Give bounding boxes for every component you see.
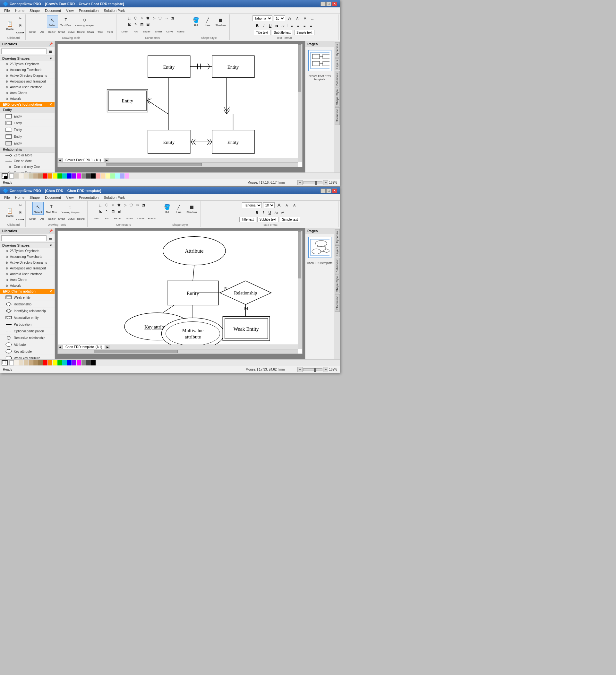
p2-s2[interactable]	[14, 360, 19, 365]
p2-magenta[interactable]	[77, 360, 81, 365]
subtitle-text-btn-1[interactable]: Subtitle text	[272, 30, 293, 35]
smart-btn-1[interactable]: Smart	[57, 29, 66, 34]
swatch-lt-magenta[interactable]	[125, 173, 129, 178]
textbox-btn-1[interactable]: T Text Box	[59, 15, 73, 28]
right-tab-layers-1[interactable]: Layers	[335, 59, 340, 70]
right-tab-hyperlink-1[interactable]: Hyperlink	[335, 43, 340, 58]
cut-btn-2[interactable]: ✂	[17, 202, 23, 208]
chen-identifying-rel[interactable]: Identifying relationship	[0, 308, 55, 314]
paste-btn-2[interactable]: 📋 Paste	[4, 206, 16, 219]
lib2-orgcharts[interactable]: ⊕ 25 Typical Orgcharts	[0, 248, 55, 254]
conn-round[interactable]: Round	[175, 28, 186, 35]
font-more-btn-1[interactable]: …	[310, 15, 316, 21]
entity-item-1-3[interactable]: Entity	[0, 127, 55, 133]
close-btn-2[interactable]: ✕	[332, 189, 337, 193]
menu-document-1[interactable]: Document	[42, 8, 64, 13]
subscript-btn-1[interactable]: A₂	[274, 23, 279, 28]
direct-btn-1[interactable]: Direct	[28, 29, 37, 34]
chen-opt-participation[interactable]: Optional participation	[0, 328, 55, 334]
fill-btn-2[interactable]: 🪣 Fill	[162, 202, 173, 215]
italic-btn-2[interactable]: I	[261, 210, 266, 216]
chen-participation[interactable]: Participation	[0, 321, 55, 328]
conn-s-7[interactable]: ▭	[135, 202, 140, 208]
p2-s4[interactable]	[24, 360, 28, 365]
swatch-1[interactable]	[9, 173, 14, 178]
swatch-2[interactable]	[14, 173, 19, 178]
rel-one-more-1[interactable]: One or More	[0, 158, 55, 164]
swatch-dark[interactable]	[86, 173, 91, 178]
point-btn-1[interactable]: Point	[105, 29, 114, 34]
align-center-1[interactable]: ≡	[295, 23, 301, 28]
swatch-blue[interactable]	[67, 173, 72, 178]
minimize-btn-1[interactable]: _	[321, 2, 326, 6]
arc-btn-2[interactable]: Arc	[38, 216, 47, 221]
scrollbar-v-2[interactable]	[298, 231, 302, 349]
swatch-4[interactable]	[24, 173, 28, 178]
scrollbar-h-1[interactable]	[58, 162, 298, 167]
font-a-big-2[interactable]: A	[276, 202, 282, 208]
chen-recursive-rel[interactable]: Recursive relationship	[0, 334, 55, 342]
scroll-thumb-v-1[interactable]	[298, 44, 301, 91]
sidebar-search-input-1[interactable]	[1, 49, 47, 54]
swatch-purple[interactable]	[72, 173, 76, 178]
swatch-red[interactable]	[43, 173, 48, 178]
current-library-2[interactable]: ERD, Chen's notation ✕	[0, 289, 55, 294]
menu-presentation-1[interactable]: Presentation	[76, 8, 101, 13]
menu-shape-2[interactable]: Shape	[27, 195, 42, 200]
zoom-out-1[interactable]: −	[297, 180, 302, 185]
p2-yellow[interactable]	[53, 360, 57, 365]
conn-shape-3[interactable]: ○	[139, 15, 145, 21]
line-btn-1[interactable]: ╱ Line	[202, 15, 213, 28]
conn-shape-12[interactable]: ⬓	[145, 21, 151, 27]
right-tab-info-2[interactable]: Information	[335, 294, 340, 312]
swatch-lt-green[interactable]	[110, 173, 115, 178]
conn-s-9[interactable]: ⬕	[98, 208, 104, 214]
align-justify-1[interactable]: ≡	[308, 23, 314, 28]
tab-nav-left-2[interactable]: ◀	[58, 345, 63, 349]
font-size-1[interactable]: 10	[274, 15, 285, 21]
zoom-out-2[interactable]: −	[297, 367, 302, 372]
menu-solution-1[interactable]: Solution Park	[101, 8, 127, 13]
p2-purple[interactable]	[72, 360, 76, 365]
line-btn-2[interactable]: ╱ Line	[173, 202, 184, 215]
align-left-1[interactable]: ≡	[289, 23, 294, 28]
swatch-6[interactable]	[33, 173, 38, 178]
clone-btn-2[interactable]: Clone▾	[17, 216, 23, 223]
title-text-btn-2[interactable]: Title text	[239, 217, 256, 222]
sup-btn-2[interactable]: A²	[280, 210, 285, 216]
drawing-shapes-btn-1[interactable]: ⬡ Drawing Shapes	[74, 15, 96, 28]
p2-black[interactable]	[91, 360, 96, 365]
font-selector-2[interactable]: Tahoma	[242, 202, 262, 208]
conn-bezier[interactable]: Bezier	[141, 28, 152, 35]
arc-btn-1[interactable]: Arc	[38, 29, 47, 34]
sidebar-view-btn-2[interactable]: ☰	[47, 235, 54, 241]
c-round-2[interactable]: Round	[147, 215, 157, 222]
underline-btn-1[interactable]: U	[267, 23, 273, 28]
font-color-btn-1[interactable]: A	[302, 15, 308, 21]
bold-btn-1[interactable]: B	[254, 23, 260, 28]
align-right-1[interactable]: ≡	[301, 23, 307, 28]
entity-item-1-2[interactable]: Entity	[0, 120, 55, 127]
conn-s-3[interactable]: ○	[110, 202, 116, 208]
scroll-thumb-v-2[interactable]	[298, 231, 301, 279]
zoom-thumb-1[interactable]	[315, 181, 317, 185]
canvas-container-2[interactable]: Attribute Entity Key attribute Relations…	[58, 231, 302, 354]
minimize-btn-2[interactable]: _	[321, 189, 326, 193]
zoom-thumb-2[interactable]	[314, 368, 316, 372]
lib-flowcharts-1[interactable]: ⊕ Accounting Flowcharts	[0, 67, 55, 73]
sidebar-search-input-2[interactable]	[1, 235, 47, 241]
title-text-btn-1[interactable]: Title text	[254, 30, 270, 35]
right-tab-behaviour-1[interactable]: Behaviour	[335, 71, 340, 87]
swatch-black[interactable]	[91, 173, 96, 178]
zoom-slider-2[interactable]	[303, 368, 323, 371]
swatch-lt-orange[interactable]	[101, 173, 105, 178]
chen-relationship[interactable]: Relationship	[0, 301, 55, 308]
round-btn-2[interactable]: Round	[76, 216, 85, 221]
current-library-1[interactable]: ERD, crow's foot notation ✕	[0, 102, 55, 107]
bezier-btn-1[interactable]: Bezier	[48, 29, 57, 34]
right-tab-info-1[interactable]: Information	[335, 107, 340, 125]
sidebar-view-btn-1[interactable]: ☰	[47, 48, 54, 55]
p2-s1[interactable]	[9, 360, 14, 365]
chen-assoc-entity[interactable]: Associative entity	[0, 314, 55, 321]
swatch-magenta[interactable]	[77, 173, 81, 178]
